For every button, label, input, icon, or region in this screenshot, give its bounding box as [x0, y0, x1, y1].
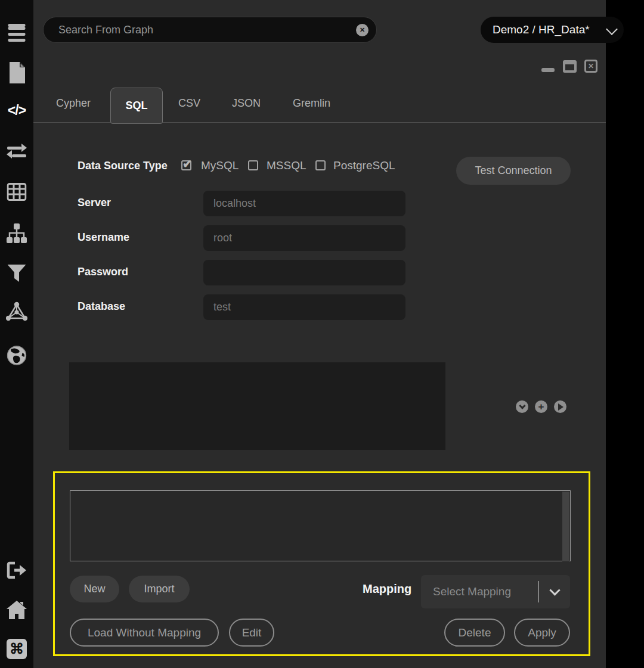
sitemap-icon[interactable] [6, 223, 27, 243]
server-label: Server [78, 197, 111, 209]
code-icon[interactable]: </> [8, 102, 26, 119]
sidebar: </> [0, 0, 33, 668]
network-icon[interactable] [6, 302, 27, 321]
checkbox-postgresql-label[interactable]: PostgreSQL [333, 159, 395, 172]
tab-cypher[interactable]: Cypher [56, 97, 91, 110]
select-chevron-zone[interactable] [539, 590, 570, 594]
import-button[interactable]: Import [129, 576, 190, 602]
search-bar: ✕ [43, 17, 377, 43]
checkbox-postgresql[interactable] [315, 160, 326, 170]
minimize-button[interactable] [541, 68, 555, 72]
play-icon [558, 403, 564, 411]
data-source-type-label: Data Source Type [78, 160, 168, 172]
checkbox-mssql-label[interactable]: MSSQL [267, 159, 306, 172]
maximize-button[interactable] [563, 60, 577, 73]
menu-icon[interactable] [8, 21, 26, 30]
swap-arrows-icon[interactable] [6, 143, 27, 161]
mapping-select-value: Select Mapping [421, 585, 538, 598]
checkbox-mysql[interactable]: ✔ [181, 160, 191, 170]
tab-gremlin[interactable]: Gremlin [293, 97, 330, 110]
password-input[interactable] [203, 260, 405, 285]
server-input[interactable] [203, 191, 405, 216]
filter-icon[interactable] [8, 265, 26, 282]
username-label: Username [78, 231, 129, 244]
workspace-name: Demo2 / HR_Data* [481, 23, 590, 36]
table-icon[interactable] [7, 183, 27, 201]
clear-search-icon[interactable]: ✕ [356, 24, 369, 36]
app-window: </> [0, 0, 644, 668]
username-input[interactable] [203, 225, 405, 251]
test-connection-button[interactable]: Test Connection [456, 157, 571, 185]
mapping-label: Mapping [363, 582, 411, 596]
search-input[interactable] [44, 24, 356, 36]
mapping-list[interactable] [70, 490, 571, 561]
mapping-select[interactable]: Select Mapping [421, 575, 570, 608]
logout-icon[interactable] [7, 561, 27, 580]
document-icon[interactable] [7, 61, 26, 84]
workspace-selector[interactable]: Demo2 / HR_Data* [481, 17, 624, 43]
checkbox-mysql-label[interactable]: MySQL [201, 159, 239, 172]
plus-icon: + [538, 402, 544, 412]
checkbox-mssql[interactable] [248, 160, 258, 170]
close-button[interactable]: ✕ [584, 60, 597, 73]
database-label: Database [78, 300, 125, 313]
home-icon[interactable] [6, 600, 27, 620]
query-editor[interactable] [69, 362, 445, 450]
apply-button[interactable]: Apply [514, 619, 570, 647]
tab-sql[interactable]: SQL [110, 88, 163, 124]
globe-icon[interactable] [7, 346, 27, 365]
new-button[interactable]: New [70, 576, 119, 602]
chevron-down-icon [549, 585, 560, 595]
delete-button[interactable]: Delete [444, 619, 505, 647]
mapping-list-scrollbar[interactable] [562, 492, 569, 561]
database-input[interactable] [203, 294, 405, 320]
tab-csv[interactable]: CSV [178, 97, 200, 110]
command-icon[interactable]: ⌘ [7, 639, 27, 659]
load-without-mapping-button[interactable]: Load Without Mapping [70, 619, 219, 647]
main-panel: ✕ ✕ Cypher SQL CSV JSON Gremlin Data Sou… [33, 0, 606, 668]
run-circle-button[interactable] [554, 400, 566, 413]
add-circle-button[interactable]: + [535, 400, 547, 413]
tab-json[interactable]: JSON [232, 97, 261, 110]
collapse-circle-button[interactable] [516, 400, 528, 413]
chevron-down-icon [519, 402, 525, 409]
edit-button[interactable]: Edit [229, 619, 274, 647]
password-label: Password [78, 266, 128, 278]
